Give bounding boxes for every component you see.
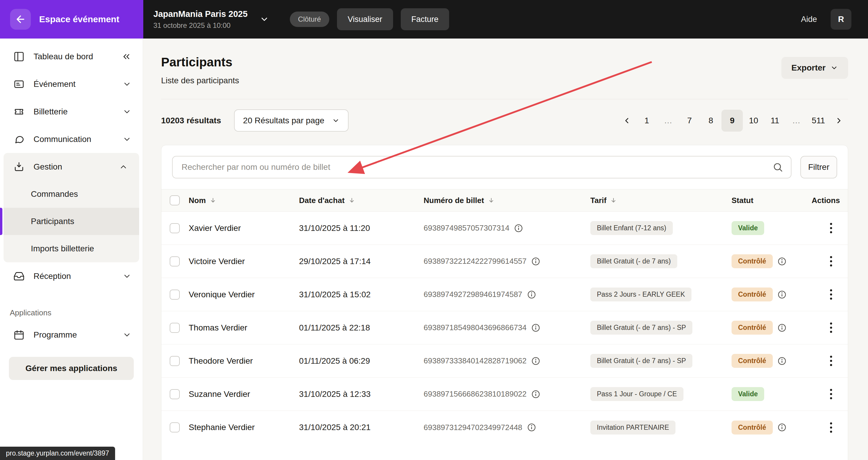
sort-desc-icon[interactable] [210,197,217,204]
sort-desc-icon[interactable] [348,197,355,204]
column-header-label: Date d'achat [299,196,345,205]
ticket-info-icon[interactable] [531,390,540,399]
sidebar-item-reception[interactable]: Réception [0,262,143,290]
pagination-next[interactable] [830,110,848,132]
status-badge: Contrôlé [732,288,773,301]
ticket-info-icon[interactable] [531,323,540,332]
row-actions-button[interactable] [827,253,835,269]
ticket-info-icon[interactable] [527,423,536,432]
row-checkbox[interactable] [170,256,180,266]
table-header-row: NomDate d'achatNuméro de billetTarifStat… [161,189,848,211]
topbar: Espace événement JapanMania Paris 2025 3… [0,0,868,38]
row-checkbox[interactable] [170,323,180,333]
manage-applications-button[interactable]: Gérer mes applications [9,357,134,380]
status-info-icon[interactable] [777,357,786,365]
column-header-label: Nom [189,196,206,205]
purchase-date: 31/10/2025 à 11:20 [299,224,424,233]
sidebar-item-ticketing[interactable]: Billetterie [0,98,143,125]
row-checkbox[interactable] [170,422,180,432]
row-actions-button[interactable] [827,220,835,236]
pagination-page-511[interactable]: 511 [807,110,830,132]
filter-button[interactable]: Filtrer [800,156,837,178]
export-button[interactable]: Exporter [781,57,848,79]
ticket-info-icon[interactable] [531,257,540,266]
search-icon[interactable] [773,162,783,172]
sidebar-item-communication[interactable]: Communication [0,125,143,153]
workspace-home-button[interactable]: Espace événement [0,0,143,38]
pagination-pages: 1…7891011…511 [636,110,830,132]
ticket-info-icon[interactable] [514,224,523,233]
event-date: 31 octobre 2025 à 10:00 [153,21,248,30]
page-title: Participants [161,55,239,69]
event-switcher[interactable]: JapanMania Paris 2025 31 octobre 2025 à … [153,9,269,30]
pagination-page-10[interactable]: 10 [743,110,764,132]
pagination-page-1[interactable]: 1 [636,110,657,132]
pagination-page-8[interactable]: 8 [700,110,721,132]
user-avatar[interactable]: R [831,9,851,30]
table-row: Stephanie Verdier31/10/2025 à 20:2169389… [161,411,848,444]
row-actions-button[interactable] [827,386,835,402]
pagination-ellipsis: … [785,110,807,132]
sidebar-subitem-participants[interactable]: Participants [4,208,139,235]
sort-desc-icon[interactable] [488,197,495,204]
row-checkbox[interactable] [170,389,180,399]
status-info-icon[interactable] [777,290,786,299]
pagination-page-7[interactable]: 7 [679,110,700,132]
row-checkbox[interactable] [170,290,180,300]
chevron-left-icon [622,116,631,125]
tarif-chip: Billet Enfant (7-12 ans) [590,221,673,235]
pagination-prev[interactable] [618,110,636,132]
sidebar-item-programme[interactable]: Programme [0,321,143,349]
tarif-chip: Billet Gratuit (- de 7 ans) - SP [590,321,692,335]
column-header[interactable]: Date d'achat [299,196,424,205]
row-actions-button[interactable] [827,320,835,336]
tarif-chip: Billet Gratuit (- de 7 ans) - SP [590,354,692,368]
row-actions-button[interactable] [827,419,835,436]
row-checkbox[interactable] [170,356,180,366]
row-actions-button[interactable] [827,286,835,303]
sidebar-item-label: Programme [33,330,77,340]
column-header[interactable]: Tarif [590,196,732,205]
download-box-icon [13,161,25,172]
sidebar-group-management: Gestion Commandes Participants Imports b… [4,153,139,262]
chevron-down-icon[interactable] [259,14,269,24]
status-badge: Valide [732,221,764,235]
pagination-page-11[interactable]: 11 [764,110,785,132]
row-checkbox[interactable] [170,223,180,233]
table-row: Victoire Verdier29/10/2025 à 17:14693897… [161,245,848,278]
back-arrow-icon[interactable] [10,9,31,30]
status-info-icon[interactable] [777,257,786,266]
ticket-number: 693897185498043696866734 [424,323,527,332]
column-header[interactable]: Numéro de billet [424,196,590,205]
sidebar-subitem-orders[interactable]: Commandes [4,180,139,208]
help-link[interactable]: Aide [801,15,817,24]
ticket-info-icon[interactable] [531,357,540,365]
row-actions-button[interactable] [827,353,835,369]
chevron-down-icon [830,64,838,72]
column-header[interactable]: Nom [189,196,299,205]
per-page-select[interactable]: 20 Résultats par page [234,109,348,132]
results-count: 10203 résultats [161,116,221,125]
collapse-sidebar-icon[interactable] [121,52,131,62]
search-input[interactable] [172,156,792,178]
sidebar-item-dashboard[interactable]: Tableau de bord [0,43,143,70]
status-info-icon[interactable] [777,423,786,432]
sidebar-item-event[interactable]: Événement [0,70,143,98]
applications-section-header: Applications [10,308,143,318]
column-header: Statut [732,196,812,205]
select-all-checkbox[interactable] [170,195,180,205]
visualize-button[interactable]: Visualiser [337,8,393,30]
sidebar-item-management[interactable]: Gestion [4,153,139,180]
status-info-icon[interactable] [777,323,786,332]
pagination: 1…7891011…511 [618,110,848,132]
chat-bubble-icon [13,134,25,145]
table-row: Xavier Verdier31/10/2025 à 11:2069389749… [161,211,848,245]
participant-name: Xavier Verdier [189,224,299,233]
ticket-info-icon[interactable] [527,290,536,299]
invoice-button[interactable]: Facture [401,8,450,30]
ticket-number: 693897156668623810189022 [424,390,527,399]
page-subtitle: Liste des participants [161,76,239,85]
sidebar-subitem-imports[interactable]: Imports billetterie [4,235,139,262]
pagination-page-9[interactable]: 9 [721,110,743,132]
sort-desc-icon[interactable] [610,197,617,204]
